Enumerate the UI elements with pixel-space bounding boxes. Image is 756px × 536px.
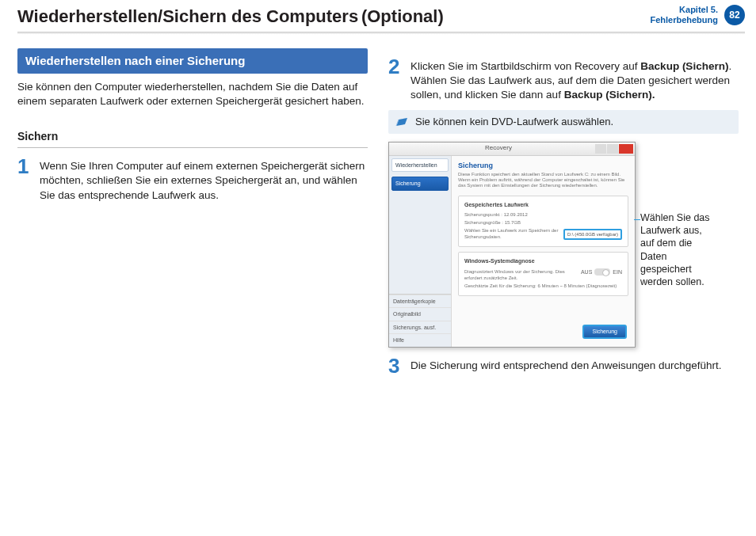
step-2c: . (728, 60, 731, 72)
panel-drive-line1: Sicherungspunkt : 12.09.2012 (464, 211, 622, 218)
subhead-sichern: Sichern (17, 129, 368, 144)
maximize-icon[interactable] (607, 144, 618, 154)
panel-drive-line2: Sicherungsgröße : 15.7GB (464, 219, 622, 226)
step-3-text: Die Sicherung wird entsprechend den Anwe… (410, 355, 739, 376)
sidebar: Wiederherstellen Sicherung Datenträgerko… (389, 156, 452, 347)
sidebar-item-diskcopy[interactable]: Datenträgerkopie (389, 295, 451, 307)
toggle-on-label: EIN (613, 268, 622, 276)
close-icon[interactable] (619, 144, 633, 154)
sidebar-item-original[interactable]: Originalbild (389, 307, 451, 320)
step-2-bold1: Backup (Sichern) (640, 60, 728, 72)
step-number-3: 3 (388, 355, 404, 376)
note-text: Sie können kein DVD-Laufwerk auswählen. (415, 115, 613, 129)
toggle-off-label: AUS (581, 268, 592, 276)
sidebar-item-help[interactable]: Hilfe (389, 333, 451, 346)
page-number-badge: 82 (724, 5, 745, 25)
note-icon (395, 116, 409, 128)
sidebar-item-runbackup[interactable]: Sicherungs. ausf. (389, 321, 451, 333)
callout-drive: Wählen Sie das Laufwerk aus, auf dem die… (640, 142, 716, 289)
diag-toggle[interactable]: AUS EIN (581, 268, 622, 276)
panel-diag-line2: Geschätzte Zeit für die Sicherung: 6 Min… (464, 283, 622, 289)
chapter-label: Kapitel 5. Fehlerbehebung (650, 5, 718, 25)
title-main: Wiederherstellen/Sichern des Computers (17, 6, 358, 26)
recovery-window: Recovery Wiederherstellen Sicherung Date… (388, 142, 636, 348)
panel-drive-heading: Gespeichertes Laufwerk (464, 201, 622, 208)
step-3: 3 Die Sicherung wird entsprechend den An… (388, 355, 739, 376)
pane-heading: Sicherung (458, 161, 628, 170)
minimize-icon[interactable] (595, 144, 606, 154)
panel-diag-heading: Windows-Systemdiagnose (464, 257, 622, 264)
intro-paragraph: Sie können den Computer wiederherstellen… (17, 80, 368, 108)
sidebar-item-restore[interactable]: Wiederherstellen (391, 158, 449, 172)
drive-select[interactable]: D:\ (450.0GB verfügbar) (563, 229, 622, 240)
main-pane: Sicherung Diese Funktion speichert den a… (452, 156, 635, 347)
window-titlebar: Recovery (389, 143, 635, 156)
chapter-line2: Fehlerbehebung (650, 15, 718, 25)
panel-drive: Gespeichertes Laufwerk Sicherungspunkt :… (458, 196, 628, 248)
sidebar-item-backup[interactable]: Sicherung (391, 177, 449, 190)
pane-subtext: Diese Funktion speichert den aktuellen S… (458, 172, 628, 189)
step-2a: Klicken Sie im Startbildschirm von Recov… (410, 60, 640, 72)
window-title: Recovery (402, 144, 595, 153)
toggle-switch-icon[interactable] (594, 268, 610, 276)
step-2: 2 Klicken Sie im Startbildschirm von Rec… (388, 56, 739, 103)
step-number-1: 1 (17, 156, 33, 203)
section-heading-restore: Wiederherstellen nach einer Sicherung (17, 48, 368, 74)
title-optional: (Optional) (361, 6, 444, 26)
step-number-2: 2 (388, 56, 404, 103)
chapter-line1: Kapitel 5. (650, 5, 718, 15)
step-1-text: Wenn Sie Ihren Computer auf einem extern… (40, 156, 368, 203)
page-title: Wiederherstellen/Sichern des Computers (… (17, 5, 444, 29)
step-1: 1 Wenn Sie Ihren Computer auf einem exte… (17, 156, 368, 203)
sidebar-bottom: Datenträgerkopie Originalbild Sicherungs… (389, 294, 451, 347)
step-2-bold2: Backup (Sichern). (564, 89, 655, 101)
panel-diag: Windows-Systemdiagnose AUS EIN Diagnosti… (458, 252, 628, 296)
backup-button[interactable]: Sicherung (582, 325, 627, 338)
step-2-text: Klicken Sie im Startbildschirm von Recov… (410, 56, 739, 103)
note-box: Sie können kein DVD-Laufwerk auswählen. (388, 110, 739, 134)
thin-rule (17, 147, 368, 148)
